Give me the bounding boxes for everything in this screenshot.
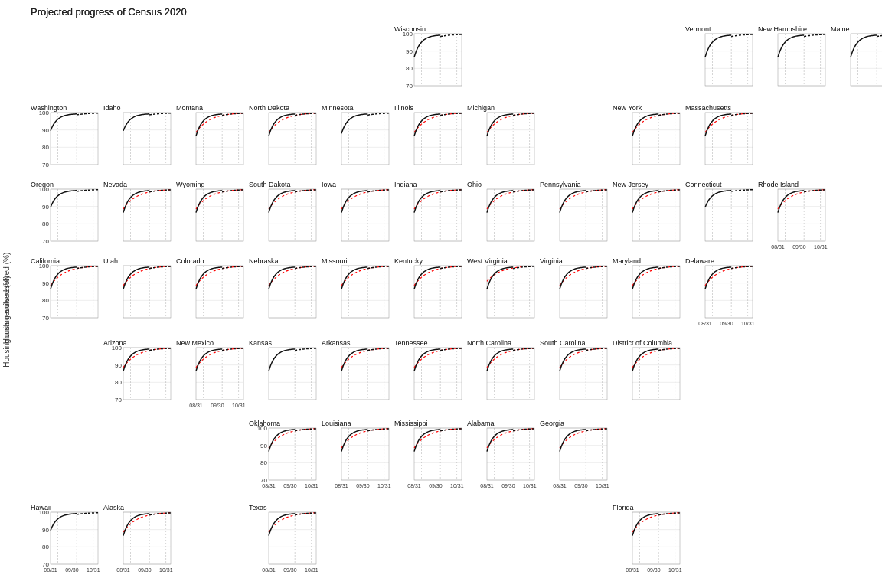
chart-container: Projected progress of Census 2020 Housin… [0,0,882,588]
y-axis-label: Housing units resolved (%) [2,253,11,345]
chart-title: Projected progress of Census 2020 [31,6,187,18]
